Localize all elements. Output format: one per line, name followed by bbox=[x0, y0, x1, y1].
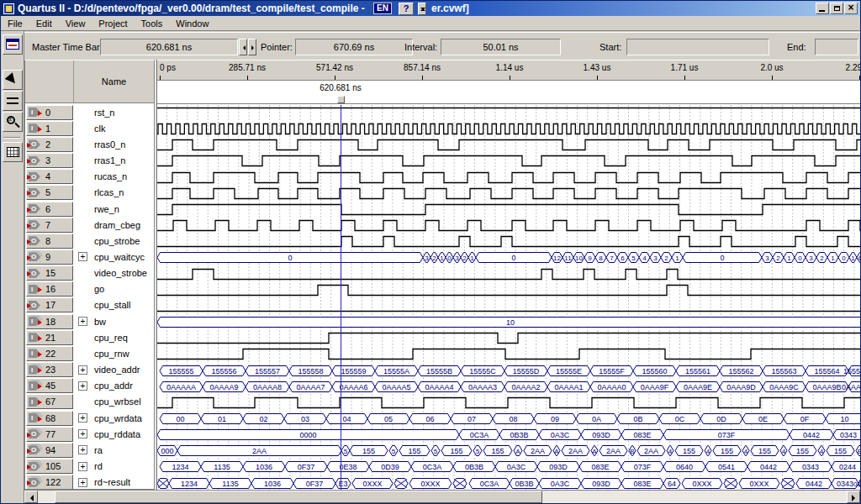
waveform-window-button[interactable] bbox=[3, 34, 23, 55]
signal-name[interactable]: dram_cbeg bbox=[94, 220, 140, 230]
signal-number-button[interactable]: I18 bbox=[26, 314, 73, 329]
signal-number-button[interactable]: I22 bbox=[26, 346, 73, 361]
signal-number-button[interactable]: O9 bbox=[26, 249, 73, 265]
waveform-row-rlcas-n[interactable] bbox=[157, 186, 860, 202]
signal-row[interactable]: I45+cpu_addr bbox=[25, 378, 154, 394]
signal-number-button[interactable]: O5 bbox=[26, 185, 73, 200]
scroll-left-button[interactable] bbox=[24, 491, 38, 503]
signal-row[interactable]: I16+go bbox=[25, 281, 154, 297]
signal-name[interactable]: cpu_stall bbox=[94, 300, 130, 310]
signal-number-button[interactable]: O8 bbox=[26, 234, 73, 249]
signal-name[interactable]: rd bbox=[94, 461, 103, 471]
waveform-row-rst-n[interactable] bbox=[157, 105, 860, 121]
signal-number-button[interactable]: O17 bbox=[26, 297, 73, 312]
master-time-bar-handle[interactable] bbox=[337, 96, 345, 103]
signal-name[interactable]: rwe_n bbox=[94, 204, 119, 214]
end-field[interactable] bbox=[815, 39, 858, 55]
signal-row[interactable]: I21+cpu_req bbox=[25, 329, 154, 345]
scroll-right-button[interactable] bbox=[847, 491, 860, 503]
signal-number-button[interactable]: I23 bbox=[26, 362, 73, 377]
signal-name[interactable]: cpu_req bbox=[94, 333, 128, 343]
master-time-prev-button[interactable] bbox=[239, 39, 247, 55]
expand-group-button[interactable]: + bbox=[78, 413, 87, 423]
signal-number-button[interactable]: I0 bbox=[26, 105, 73, 120]
signal-number-button[interactable]: O3 bbox=[26, 153, 73, 168]
expand-group-button[interactable]: + bbox=[78, 252, 87, 261]
signal-name[interactable]: go bbox=[94, 284, 104, 294]
signal-number-button[interactable]: O2 bbox=[26, 137, 73, 152]
master-time-bar-band[interactable]: 620.681 ns bbox=[157, 81, 860, 104]
signal-name[interactable]: cpu_rddata bbox=[94, 429, 140, 439]
waveform-row-rucas-n[interactable] bbox=[157, 170, 860, 186]
minimize-button[interactable] bbox=[816, 3, 829, 14]
signal-row[interactable]: O122+rd~result bbox=[25, 475, 154, 489]
waveform-row-cpu-waitcyc[interactable]: 03210321012111098765432103210321016 bbox=[157, 249, 860, 265]
signal-row[interactable]: O8+cpu_strobe bbox=[25, 233, 154, 249]
signal-row[interactable]: I67+cpu_wrbsel bbox=[25, 394, 154, 410]
signal-row[interactable]: O15+video_strobe bbox=[25, 265, 154, 281]
signal-name[interactable]: cpu_strobe bbox=[94, 236, 140, 246]
signal-row[interactable]: O9+cpu_waitcyc bbox=[25, 249, 154, 265]
signal-name[interactable]: bw bbox=[94, 317, 106, 327]
waveform-row-rwe-n[interactable] bbox=[157, 202, 860, 218]
restore-button[interactable] bbox=[830, 3, 843, 14]
signal-name[interactable]: clk bbox=[94, 123, 105, 134]
expand-group-button[interactable]: + bbox=[78, 462, 87, 471]
signal-name[interactable]: rlcas_n bbox=[94, 187, 124, 197]
full-screen-tool-button[interactable] bbox=[3, 142, 23, 162]
waveform-row-ra[interactable]: 0002AA5155515551555155A2AAA2AAA2AAB2AA41… bbox=[157, 443, 860, 459]
menu-item-view[interactable]: View bbox=[59, 17, 92, 30]
signal-row[interactable]: O7+dram_cbeg bbox=[25, 217, 154, 233]
menu-item-window[interactable]: Window bbox=[169, 17, 215, 30]
waveform-row-video-strobe[interactable] bbox=[157, 266, 860, 282]
selection-tool-button[interactable] bbox=[3, 70, 23, 90]
signal-row[interactable]: I23+video_addr bbox=[25, 362, 154, 378]
expand-group-button[interactable]: + bbox=[78, 445, 87, 454]
master-time-field[interactable]: 620.681 ns bbox=[100, 39, 238, 55]
waveform-row-cpu-addr[interactable]: 0AAAAA0AAAA90AAAA80AAAA70AAAA60AAAA50AAA… bbox=[157, 379, 860, 395]
waveform-row-go[interactable] bbox=[157, 282, 860, 298]
signal-name[interactable]: rucas_n bbox=[94, 171, 127, 181]
signal-number-button[interactable]: O7 bbox=[26, 218, 73, 233]
expand-group-button[interactable]: + bbox=[78, 429, 87, 438]
zoom-tool-button[interactable] bbox=[3, 112, 23, 132]
start-field[interactable] bbox=[626, 39, 769, 55]
waveform-row-video-addr[interactable]: 15555515555615555715555815555915555A1555… bbox=[157, 363, 860, 379]
menu-item-tools[interactable]: Tools bbox=[135, 17, 170, 30]
signal-name[interactable]: cpu_waitcyc bbox=[94, 252, 145, 262]
waveform-row-cpu-stall[interactable] bbox=[157, 298, 860, 314]
signal-number-button[interactable]: I1 bbox=[26, 121, 73, 136]
signal-number-button[interactable]: I45 bbox=[26, 378, 73, 393]
signal-number-button[interactable]: O4 bbox=[26, 169, 73, 184]
time-ruler[interactable]: 0 ps285.71 ns571.42 ns857.14 ns1.14 us1.… bbox=[157, 60, 860, 81]
waveform-row-bw[interactable]: 10 bbox=[157, 314, 860, 330]
signal-number-button[interactable]: O122 bbox=[26, 475, 73, 489]
waveform-rows[interactable]: 0321032101211109876543210321032101610155… bbox=[157, 105, 860, 490]
signal-name[interactable]: video_strobe bbox=[94, 268, 147, 278]
signal-row[interactable]: O77+cpu_rddata bbox=[25, 426, 154, 442]
waveform-row-rd-result[interactable]: 1234113510360F37E30XXX0XXX0C3A0B3B0A3C09… bbox=[157, 475, 860, 490]
signal-row[interactable]: O17+cpu_stall bbox=[25, 297, 154, 313]
expand-group-button[interactable]: + bbox=[78, 478, 87, 487]
waveform-row-clk[interactable] bbox=[157, 121, 860, 137]
signal-name[interactable]: cpu_addr bbox=[94, 381, 133, 391]
signal-name[interactable]: rras1_n bbox=[94, 155, 125, 165]
signal-number-button[interactable]: O77 bbox=[26, 427, 73, 442]
master-time-next-button[interactable] bbox=[248, 39, 256, 55]
expand-group-button[interactable]: + bbox=[78, 317, 87, 326]
waveform-row-cpu-rnw[interactable] bbox=[157, 346, 860, 362]
signal-row[interactable]: O105+rd bbox=[25, 458, 154, 474]
waveform-row-cpu-wrdata[interactable]: 000102030405060708090A0B0C0D0E0F10 bbox=[157, 411, 860, 427]
close-button[interactable]: × bbox=[844, 3, 858, 14]
waveform-row-rras0-n[interactable] bbox=[157, 137, 860, 153]
signal-row[interactable]: I68+cpu_wrdata bbox=[25, 410, 154, 426]
language-badge[interactable]: EN bbox=[373, 3, 392, 14]
language-options-icon[interactable] bbox=[418, 3, 426, 15]
signal-row[interactable]: I1+clk bbox=[25, 120, 154, 136]
signal-row[interactable]: O3+rras1_n bbox=[25, 152, 154, 168]
signal-name[interactable]: cpu_rnw bbox=[94, 349, 129, 359]
menu-item-project[interactable]: Project bbox=[92, 17, 134, 30]
edit-tool-button[interactable] bbox=[3, 91, 23, 111]
master-time-bar-line[interactable] bbox=[341, 105, 341, 490]
signal-row[interactable]: I0+rst_n bbox=[25, 104, 154, 120]
